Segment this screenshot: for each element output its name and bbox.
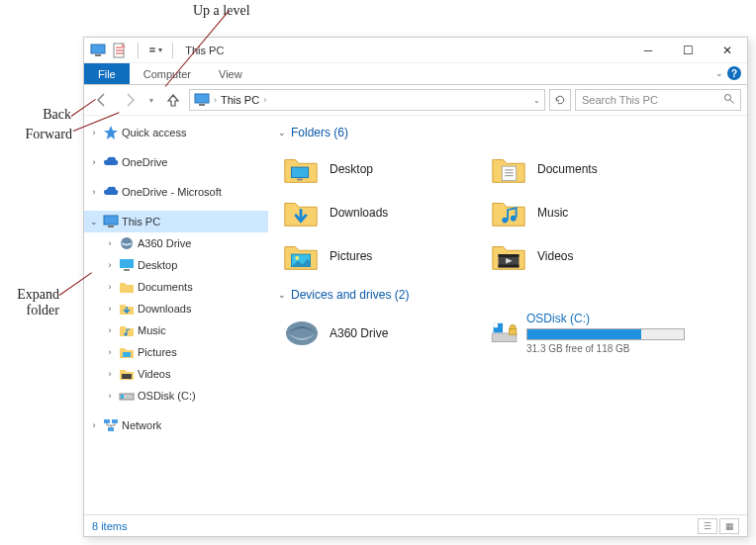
sidebar-item-pictures[interactable]: › Pictures [84,341,268,363]
svg-rect-21 [112,419,118,423]
address-history-icon[interactable]: ⌄ [533,96,540,105]
svg-rect-6 [195,94,209,103]
drive-tile-a360[interactable]: A360 Drive [278,310,486,356]
tile-label: Documents [537,162,598,176]
chevron-right-icon[interactable]: › [263,95,266,105]
cloud-icon [103,184,119,200]
callout-up-level: Up a level [193,3,250,19]
sidebar-item-documents[interactable]: › Documents [84,276,268,298]
folder-tile-downloads[interactable]: Downloads [278,191,486,234]
search-icon [723,93,735,107]
sidebar-item-osdisk[interactable]: › OSDisk (C:) [84,385,268,407]
chevron-right-icon[interactable]: › [88,420,100,430]
sidebar-item-desktop[interactable]: › Desktop [84,254,268,276]
chevron-down-icon[interactable]: ⌄ [88,217,100,227]
svg-point-8 [725,95,731,101]
folder-tile-videos[interactable]: Videos [486,234,694,278]
svg-rect-39 [494,322,498,326]
maximize-button[interactable]: ☐ [668,38,708,62]
sidebar-item-this-pc[interactable]: ⌄ This PC [84,211,268,232]
sidebar-item-a360[interactable]: › A360 Drive [84,232,268,254]
music-icon [119,322,135,338]
tree-label: Pictures [138,346,177,358]
chevron-right-icon[interactable]: › [104,260,116,270]
tab-file[interactable]: File [84,63,130,84]
recent-dropdown-icon[interactable]: ▾ [145,88,157,112]
drive-usage-fill [527,329,641,339]
refresh-button[interactable] [549,89,571,111]
chevron-right-icon[interactable]: › [104,391,116,401]
separator [138,43,139,58]
forward-button[interactable] [118,88,142,112]
callout-back: Back [22,107,71,123]
tab-computer[interactable]: Computer [130,63,205,84]
desktop-icon [119,257,135,273]
videos-folder-icon [490,237,527,275]
up-button[interactable] [161,88,185,112]
minimize-button[interactable]: ─ [628,38,668,62]
sidebar-item-onedrive-ms[interactable]: › OneDrive - Microsoft [84,181,268,203]
group-header-devices[interactable]: ⌄ Devices and drives (2) [278,288,737,302]
group-header-folders[interactable]: ⌄ Folders (6) [278,126,737,139]
view-details-button[interactable]: ☰ [698,518,717,534]
tree-label: Videos [138,368,170,380]
chevron-right-icon[interactable]: › [104,347,116,357]
titlebar: 〓 ▾ This PC ─ ☐ ✕ [84,38,747,63]
tree-label: OneDrive - Microsoft [122,186,222,198]
properties-icon[interactable] [112,43,128,58]
chevron-right-icon[interactable]: › [88,157,100,167]
help-icon[interactable]: ? [727,66,741,80]
chevron-right-icon[interactable]: › [104,304,116,314]
svg-point-32 [295,256,299,260]
chevron-right-icon[interactable]: › [104,238,116,248]
sidebar-item-quick-access[interactable]: › Quick access [84,122,268,143]
svg-point-36 [286,321,318,345]
breadcrumb-segment[interactable]: This PC [221,94,259,106]
music-folder-icon [490,194,527,231]
window-title: This PC [183,45,224,56]
ribbon-tabs: File Computer View ⌄ ? [84,63,747,85]
address-bar[interactable]: › This PC › ⌄ [189,89,545,111]
folder-tile-desktop[interactable]: Desktop [278,147,486,191]
svg-rect-13 [120,259,134,268]
tile-label: Videos [537,249,573,263]
downloads-folder-icon [282,194,320,231]
status-bar: 8 items ☰ ▦ [84,514,747,536]
qat-dropdown-icon[interactable]: 〓 ▾ [148,45,162,55]
sidebar-item-network[interactable]: › Network [84,414,268,436]
a360-drive-icon [282,314,322,353]
tree-label: Downloads [138,303,191,315]
tile-label: Pictures [330,249,372,263]
chevron-down-icon: ⌄ [278,128,286,137]
drive-icon [119,388,135,404]
chevron-right-icon[interactable]: › [88,128,100,137]
folder-tile-music[interactable]: Music [486,191,694,234]
svg-rect-16 [123,352,131,357]
drive-name: OSDisk (C:) [526,312,685,325]
sidebar-item-videos[interactable]: › Videos [84,363,268,385]
view-tiles-button[interactable]: ▦ [719,518,739,534]
tree-label: OSDisk (C:) [138,390,196,402]
search-input[interactable]: Search This PC [575,89,741,111]
sidebar-item-onedrive[interactable]: › OneDrive [84,151,268,173]
chevron-right-icon[interactable]: › [88,187,100,197]
close-button[interactable]: ✕ [708,38,747,62]
sidebar-item-downloads[interactable]: › Downloads [84,298,268,319]
ribbon-expand-icon[interactable]: ⌄ [715,68,723,78]
star-icon [103,125,119,140]
navigation-pane: › Quick access › OneDrive › OneDrive - M… [84,116,268,514]
chevron-right-icon[interactable]: › [104,282,116,292]
drive-tile-osdisk[interactable]: OSDisk (C:) 31.3 GB free of 118 GB [486,310,689,356]
sidebar-item-music[interactable]: › Music [84,319,268,341]
tile-label: A360 Drive [330,326,388,340]
tab-view[interactable]: View [205,63,256,84]
documents-folder-icon [490,150,527,188]
chevron-right-icon[interactable]: › [104,369,116,379]
svg-rect-7 [199,104,205,106]
folder-tile-documents[interactable]: Documents [486,147,694,191]
tree-label: This PC [122,216,160,227]
chevron-right-icon[interactable]: › [104,325,116,335]
folder-tile-pictures[interactable]: Pictures [278,234,486,278]
tree-label: Documents [138,281,193,293]
svg-rect-14 [124,269,130,271]
